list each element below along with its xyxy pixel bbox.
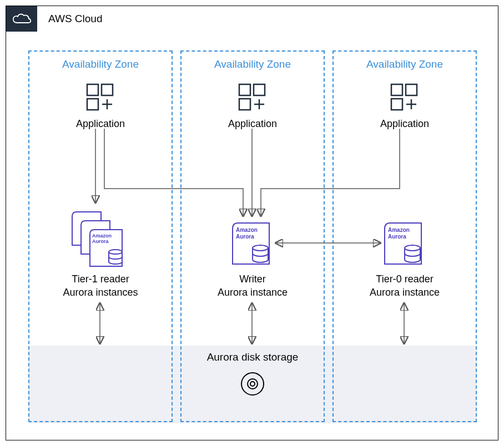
aurora-label: Tier-0 reader Aurora instance: [334, 272, 476, 300]
svg-text:Aurora: Aurora: [388, 234, 406, 240]
svg-text:Aurora: Aurora: [92, 239, 109, 244]
svg-text:Amazon: Amazon: [388, 227, 410, 233]
application-label: Application: [334, 118, 476, 130]
svg-rect-5: [87, 99, 98, 110]
svg-text:Amazon: Amazon: [236, 227, 258, 233]
svg-rect-3: [87, 84, 98, 95]
svg-rect-4: [102, 84, 113, 95]
availability-zone-3: Availability Zone Application Amazon Aur…: [332, 50, 477, 422]
az-title: Availability Zone: [182, 58, 324, 70]
aws-cloud-title: AWS Cloud: [48, 13, 103, 25]
aurora-label-line2: Aurora instances: [63, 287, 138, 298]
aurora-instance-single: Amazon Aurora: [382, 221, 427, 271]
aurora-instance-stack: Amazon Aurora: [70, 210, 131, 273]
aws-cloud-frame: AWS Cloud Aurora disk storage Availabili…: [6, 6, 498, 440]
availability-zone-2: Availability Zone Application Amazon Aur…: [180, 50, 325, 422]
application-label: Application: [29, 118, 172, 130]
aurora-label-line1: Tier-0 reader: [376, 273, 433, 285]
aurora-instance-single: Amazon Aurora: [230, 221, 275, 271]
svg-rect-21: [391, 99, 402, 110]
aurora-label-line2: Aurora instance: [218, 287, 288, 298]
az-title: Availability Zone: [334, 58, 476, 70]
cloud-icon: [11, 12, 32, 26]
application-label: Application: [182, 118, 324, 130]
diagram-canvas: AWS Cloud Aurora disk storage Availabili…: [0, 0, 504, 446]
svg-text:Amazon: Amazon: [92, 233, 112, 239]
aurora-label-line1: Tier-1 reader: [72, 273, 129, 285]
application-icon: [85, 83, 115, 115]
aurora-label: Tier-1 reader Aurora instances: [29, 272, 172, 300]
svg-rect-19: [391, 84, 402, 95]
aurora-label-line2: Aurora instance: [370, 287, 440, 298]
svg-text:Aurora: Aurora: [236, 234, 254, 240]
availability-zone-1: Availability Zone Application: [28, 50, 173, 422]
svg-rect-12: [254, 84, 265, 95]
svg-rect-11: [239, 84, 250, 95]
az-title: Availability Zone: [29, 58, 172, 70]
application-icon: [238, 83, 268, 115]
aws-cloud-badge: [6, 6, 37, 32]
svg-rect-20: [406, 84, 417, 95]
aurora-label-line1: Writer: [239, 273, 266, 285]
aurora-label: Writer Aurora instance: [182, 272, 324, 300]
application-icon: [390, 83, 420, 115]
svg-rect-13: [239, 99, 250, 110]
